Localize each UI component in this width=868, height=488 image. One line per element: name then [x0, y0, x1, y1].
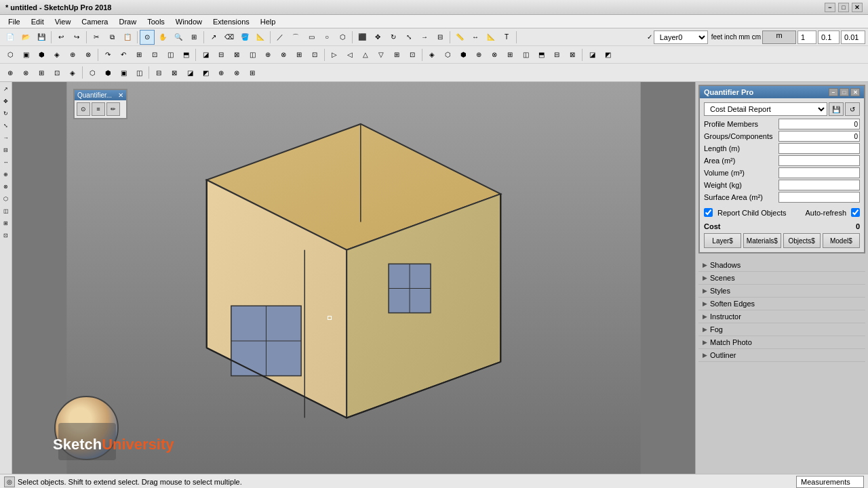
tb2-5[interactable]: ⊕ — [65, 47, 80, 62]
tb2-17[interactable]: ⊕ — [260, 47, 275, 62]
ls-tool5[interactable]: → — [1, 132, 12, 143]
tb2-31[interactable]: ⊗ — [487, 47, 502, 62]
tb3-6[interactable]: ⬡ — [85, 65, 100, 80]
tb3-11[interactable]: ⊠ — [167, 65, 182, 80]
tb2-2[interactable]: ▣ — [18, 47, 33, 62]
dialog-maximize[interactable]: □ — [840, 88, 849, 96]
tb2-29[interactable]: ⬢ — [456, 47, 471, 62]
tb-move[interactable]: ✥ — [370, 30, 385, 45]
btn-objects[interactable]: Objects$ — [783, 233, 821, 248]
btn-model[interactable]: Model$ — [823, 233, 860, 248]
section-shadows[interactable]: ▶ Shadows — [698, 259, 865, 272]
ls-select[interactable]: ↗ — [1, 83, 12, 94]
report-save-btn[interactable]: 💾 — [829, 102, 844, 116]
ls-tool12[interactable]: ⊞ — [1, 218, 12, 228]
tb3-2[interactable]: ⊗ — [18, 65, 33, 80]
tb2-37[interactable]: ◪ — [585, 47, 599, 62]
tb-save[interactable]: 💾 — [34, 30, 49, 45]
section-match-photo[interactable]: ▶ Match Photo — [698, 336, 865, 349]
measure-val-3[interactable] — [841, 30, 865, 44]
tb2-16[interactable]: ◫ — [245, 47, 260, 62]
report-type-dropdown[interactable]: Cost Detail Report — [704, 102, 827, 116]
menu-view[interactable]: View — [50, 16, 77, 27]
tb2-33[interactable]: ◫ — [518, 47, 533, 62]
tb3-9[interactable]: ◫ — [132, 65, 146, 80]
tb3-12[interactable]: ◪ — [182, 65, 197, 80]
qf-icon-3[interactable]: ✏ — [106, 102, 120, 116]
tb2-6[interactable]: ⊗ — [81, 47, 96, 62]
tb3-10[interactable]: ⊟ — [151, 65, 166, 80]
tb-polygon[interactable]: ⬡ — [335, 30, 350, 45]
layer-selector[interactable]: Layer0 — [654, 30, 708, 44]
tb2-30[interactable]: ⊕ — [471, 47, 486, 62]
tb2-34[interactable]: ⬒ — [534, 47, 549, 62]
tb-zoom[interactable]: 🔍 — [171, 30, 186, 45]
tb-circle[interactable]: ○ — [319, 30, 334, 45]
menu-help[interactable]: Help — [255, 16, 281, 27]
tb-pan[interactable]: ✋ — [155, 30, 170, 45]
tb-cut[interactable]: ✂ — [89, 30, 104, 45]
menu-draw[interactable]: Draw — [113, 16, 142, 27]
tb-rect[interactable]: ▭ — [304, 30, 319, 45]
tb2-27[interactable]: ◈ — [425, 47, 439, 62]
tb-protractor[interactable]: 📐 — [484, 30, 498, 45]
section-scenes[interactable]: ▶ Scenes — [698, 272, 865, 285]
section-outliner[interactable]: ▶ Outliner — [698, 349, 865, 362]
tb2-1[interactable]: ⬡ — [3, 47, 18, 62]
maximize-button[interactable]: □ — [838, 3, 849, 12]
tb-new[interactable]: 📄 — [3, 30, 18, 45]
tb-paint[interactable]: 🪣 — [237, 30, 252, 45]
ls-tool3[interactable]: ↻ — [1, 108, 12, 119]
tb2-7[interactable]: ↷ — [100, 47, 115, 62]
btn-materials[interactable]: Materials$ — [743, 233, 781, 248]
tb2-24[interactable]: ▽ — [374, 47, 389, 62]
tb-orbit[interactable]: ⊙ — [140, 30, 155, 45]
menu-extensions[interactable]: Extensions — [208, 16, 255, 27]
tb3-14[interactable]: ⊕ — [214, 65, 229, 80]
tb-erase[interactable]: ⌫ — [222, 30, 237, 45]
tb-followme[interactable]: → — [417, 30, 432, 45]
tb3-3[interactable]: ⊞ — [34, 65, 49, 80]
tb2-35[interactable]: ⊟ — [549, 47, 564, 62]
menu-edit[interactable]: Edit — [26, 16, 50, 27]
tb2-28[interactable]: ⬡ — [440, 47, 455, 62]
tb2-38[interactable]: ◩ — [600, 47, 615, 62]
tb2-19[interactable]: ⊞ — [292, 47, 307, 62]
measure-val-2[interactable] — [818, 30, 840, 44]
tb-zoom-extent[interactable]: ⊞ — [186, 30, 201, 45]
tb2-20[interactable]: ⊡ — [307, 47, 322, 62]
tb-rotate[interactable]: ↻ — [386, 30, 401, 45]
section-styles[interactable]: ▶ Styles — [698, 285, 865, 298]
tb2-23[interactable]: △ — [358, 47, 373, 62]
tb2-36[interactable]: ⊠ — [565, 47, 580, 62]
dialog-close[interactable]: ✕ — [850, 88, 860, 96]
ls-tool11[interactable]: ◫ — [1, 205, 12, 216]
ls-tool8[interactable]: ⊕ — [1, 169, 12, 180]
tb2-26[interactable]: ⊡ — [405, 47, 420, 62]
menu-camera[interactable]: Camera — [76, 16, 113, 27]
tb-open[interactable]: 📂 — [18, 30, 33, 45]
dialog-minimize[interactable]: − — [829, 88, 838, 96]
menu-tools[interactable]: Tools — [142, 16, 170, 27]
tb-pushpull[interactable]: ⬛ — [355, 30, 370, 45]
tb-undo[interactable]: ↩ — [54, 30, 68, 45]
menu-window[interactable]: Window — [170, 16, 208, 27]
measure-val-1[interactable] — [797, 30, 816, 44]
tb-dim[interactable]: ↔ — [468, 30, 483, 45]
viewport[interactable]: Quantifier... ✕ ⊙ ≡ ✏ SketchUniversity — [12, 82, 695, 474]
tb3-4[interactable]: ⊡ — [50, 65, 64, 80]
tb2-3[interactable]: ⬢ — [34, 47, 49, 62]
tb-copy[interactable]: ⧉ — [104, 30, 119, 45]
tb2-14[interactable]: ⊟ — [214, 47, 229, 62]
section-fog[interactable]: ▶ Fog — [698, 323, 865, 336]
menu-file[interactable]: File — [3, 16, 26, 27]
auto-refresh-checkbox[interactable] — [851, 208, 860, 217]
tb2-8[interactable]: ↶ — [116, 47, 131, 62]
tb2-18[interactable]: ⊗ — [276, 47, 291, 62]
measurements-box[interactable]: Measurements — [796, 476, 864, 488]
tb2-21[interactable]: ▷ — [327, 47, 342, 62]
section-instructor[interactable]: ▶ Instructor — [698, 310, 865, 323]
report-child-checkbox[interactable] — [704, 208, 713, 217]
tb2-10[interactable]: ⊡ — [147, 47, 162, 62]
qf-icon-2[interactable]: ≡ — [92, 102, 105, 116]
